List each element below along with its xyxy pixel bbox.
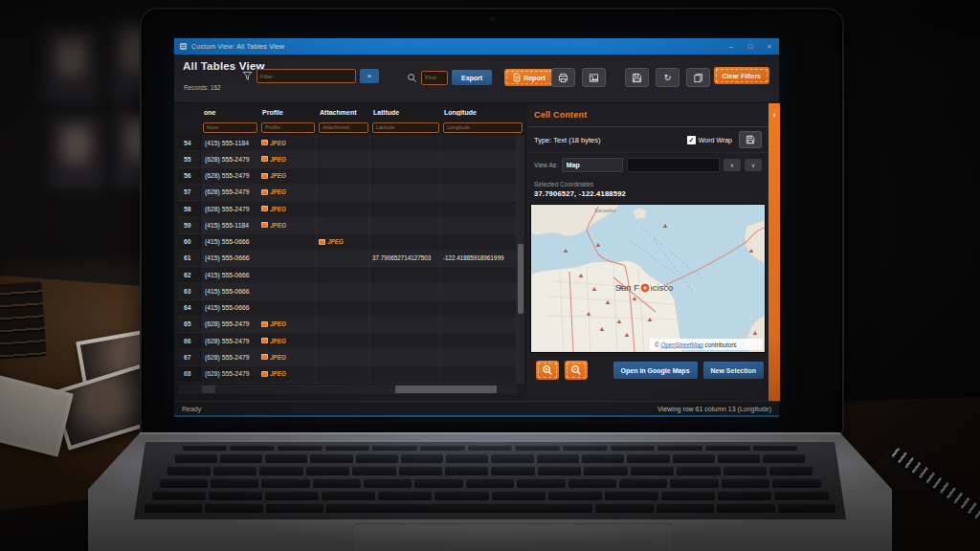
cell-attachment[interactable] <box>317 283 370 298</box>
table-row[interactable]: 67 (628) 555-2479 JPEG <box>178 349 517 365</box>
map-zoom-in-button[interactable] <box>536 361 559 380</box>
cell-longitude[interactable] <box>441 185 517 200</box>
cell-longitude[interactable] <box>441 151 517 166</box>
refresh-button[interactable]: ↻ <box>656 68 679 87</box>
vertical-scrollbar-thumb[interactable] <box>518 244 523 314</box>
jpeg-badge[interactable]: JPEG <box>261 370 286 377</box>
column-header-longitude[interactable]: Longitude <box>441 109 524 116</box>
cell-latitude[interactable] <box>370 217 441 232</box>
clear-filter-button[interactable]: × <box>360 69 379 83</box>
cell-latitude[interactable] <box>370 185 441 200</box>
vertical-scrollbar[interactable] <box>517 135 524 384</box>
column-filter-longitude[interactable] <box>443 122 523 133</box>
open-google-maps-button[interactable]: Open in Google Maps <box>613 362 698 379</box>
cell-latitude[interactable] <box>370 383 441 384</box>
jpeg-badge[interactable]: JPEG <box>261 172 286 179</box>
cell-profile[interactable]: JPEG <box>259 185 317 200</box>
cell-latitude[interactable]: 37.790652714127503 <box>370 251 441 266</box>
cell-longitude[interactable] <box>441 267 517 282</box>
cell-attachment[interactable] <box>317 185 370 200</box>
column-header-profile[interactable]: Profile <box>259 109 317 116</box>
cell-profile[interactable]: JPEG <box>259 333 317 348</box>
map-zoom-out-button[interactable] <box>565 361 588 380</box>
cell-longitude[interactable] <box>441 201 517 216</box>
filter-input[interactable] <box>256 69 356 83</box>
horizontal-scrollbar[interactable] <box>178 385 517 394</box>
cell-attachment[interactable] <box>317 168 370 184</box>
window-titlebar[interactable]: Custom View: All Tables View – □ × <box>174 38 779 55</box>
jpeg-badge[interactable]: JPEG <box>261 320 286 327</box>
close-button[interactable]: × <box>760 38 779 55</box>
table-row[interactable]: 68 (628) 555-2479 JPEG <box>178 366 517 383</box>
cell-longitude[interactable] <box>441 135 517 150</box>
cell-attachment[interactable] <box>317 267 370 282</box>
cell-attachment[interactable] <box>317 151 370 166</box>
table-row[interactable]: 59 (415) 555-1184 JPEG <box>178 217 517 233</box>
table-row[interactable]: 60 (415) 555-0666 JPEG <box>178 234 517 251</box>
column-header-attachment[interactable]: Attachment <box>317 109 370 116</box>
cell-longitude[interactable] <box>441 333 517 348</box>
cell-phone[interactable]: (628) 555-2479 <box>201 185 259 200</box>
cell-phone[interactable]: (628) 555-2479 <box>201 333 259 348</box>
cell-profile[interactable]: JPEG <box>259 317 317 332</box>
cell-profile[interactable] <box>259 300 317 316</box>
image-export-button[interactable] <box>582 68 606 87</box>
cell-phone[interactable]: (628) 555-2479 <box>201 383 259 384</box>
cell-phone[interactable]: (415) 555-0666 <box>201 251 259 266</box>
panel-collapse-strip[interactable]: › <box>768 103 780 401</box>
cell-longitude[interactable] <box>441 383 517 384</box>
horizontal-scrollbar-thumb[interactable] <box>395 386 497 393</box>
cell-latitude[interactable] <box>370 317 441 332</box>
cell-phone[interactable]: (628) 555-2479 <box>201 349 259 364</box>
maximize-button[interactable]: □ <box>741 38 760 55</box>
minimize-button[interactable]: – <box>722 38 741 55</box>
word-wrap-checkbox[interactable]: ✓ <box>687 136 696 144</box>
cell-longitude[interactable]: -122.41885918961999 <box>441 251 517 266</box>
cell-profile[interactable]: JPEG <box>259 168 317 184</box>
cell-phone[interactable]: (415) 555-0666 <box>201 267 259 282</box>
column-filter-profile[interactable] <box>261 122 315 133</box>
cell-profile[interactable]: JPEG <box>259 151 317 166</box>
cell-profile[interactable]: JPEG <box>259 383 317 384</box>
cell-profile[interactable]: JPEG <box>259 201 317 216</box>
cell-attachment[interactable] <box>317 300 370 316</box>
table-row[interactable]: 62 (415) 555-0666 <box>178 267 517 283</box>
cell-profile[interactable] <box>259 234 317 250</box>
cell-attachment[interactable] <box>317 366 370 382</box>
jpeg-badge[interactable]: JPEG <box>261 156 286 163</box>
cell-latitude[interactable] <box>370 349 441 364</box>
report-button[interactable]: Report <box>504 69 554 86</box>
step-down-button[interactable]: ∨ <box>745 159 762 171</box>
jpeg-badge[interactable]: JPEG <box>319 238 344 245</box>
cell-longitude[interactable] <box>441 234 517 250</box>
column-header-latitude[interactable]: Latitude <box>370 109 441 116</box>
cell-profile[interactable] <box>259 251 317 266</box>
cell-attachment[interactable] <box>317 201 370 216</box>
cell-phone[interactable]: (415) 555-1184 <box>201 217 259 232</box>
cell-latitude[interactable] <box>370 201 441 216</box>
cell-attachment[interactable] <box>317 135 370 150</box>
cell-latitude[interactable] <box>370 151 441 166</box>
openstreetmap-link[interactable]: OpenStreetMap <box>660 342 703 349</box>
cell-profile[interactable] <box>259 283 317 298</box>
jpeg-badge[interactable]: JPEG <box>261 354 286 361</box>
jpeg-badge[interactable]: JPEG <box>261 140 286 146</box>
cell-attachment[interactable] <box>317 317 370 332</box>
map-view[interactable]: Sausalito San Francisco © <box>530 204 766 353</box>
cell-latitude[interactable] <box>370 135 441 150</box>
table-row[interactable]: 65 (628) 555-2479 JPEG <box>178 317 517 333</box>
cell-profile[interactable] <box>259 267 317 282</box>
cell-longitude[interactable] <box>441 366 517 382</box>
table-row[interactable]: 57 (628) 555-2479 JPEG <box>178 185 517 201</box>
cell-phone[interactable]: (628) 555-2479 <box>201 317 259 332</box>
jpeg-badge[interactable]: JPEG <box>261 222 286 229</box>
cell-longitude[interactable] <box>441 349 517 364</box>
cell-attachment[interactable] <box>317 251 370 266</box>
cell-longitude[interactable] <box>441 300 517 316</box>
column-header-phone[interactable]: one <box>201 109 259 116</box>
find-input[interactable] <box>421 71 448 85</box>
new-selection-button[interactable]: New Selection <box>703 362 764 379</box>
cell-phone[interactable]: (628) 555-2479 <box>201 168 259 184</box>
cell-longitude[interactable] <box>441 283 517 298</box>
cell-latitude[interactable] <box>370 333 441 348</box>
